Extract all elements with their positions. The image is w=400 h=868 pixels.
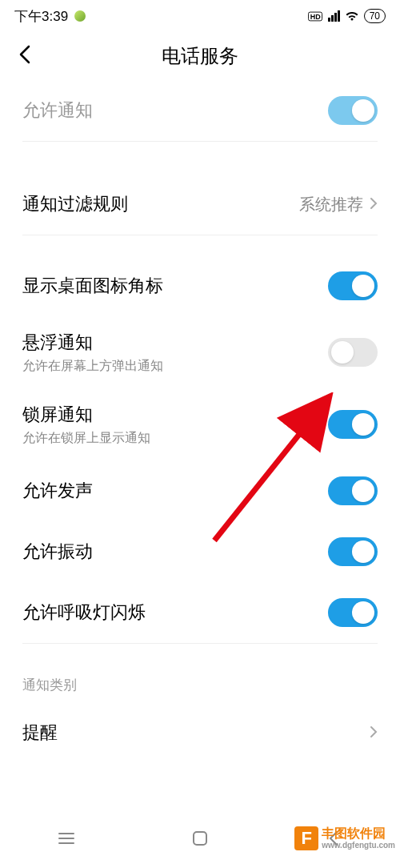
page-title: 电话服务 <box>162 43 238 69</box>
allow-vibrate-label: 允许振动 <box>22 540 93 564</box>
toggle-allow-notify[interactable] <box>328 96 378 125</box>
back-icon[interactable] <box>18 42 34 70</box>
watermark-url: www.dgfengtu.com <box>322 842 395 850</box>
row-desktop-badge[interactable]: 显示桌面图标角标 <box>0 255 400 316</box>
toggle-allow-vibrate[interactable] <box>328 537 378 566</box>
allow-breath-label: 允许呼吸灯闪烁 <box>22 601 146 625</box>
row-allow-vibrate[interactable]: 允许振动 <box>0 521 400 582</box>
lock-notify-desc: 允许在锁屏上显示通知 <box>22 430 150 447</box>
desktop-badge-label: 显示桌面图标角标 <box>22 274 163 298</box>
row-allow-breath[interactable]: 允许呼吸灯闪烁 <box>0 582 400 643</box>
status-time: 下午3:39 <box>14 7 68 26</box>
row-float-notify[interactable]: 悬浮通知 允许在屏幕上方弹出通知 <box>0 316 400 388</box>
status-bar: 下午3:39 HD 70 <box>0 0 400 32</box>
lock-notify-label: 锁屏通知 <box>22 403 150 427</box>
row-filter-rules[interactable]: 通知过滤规则 系统推荐 <box>0 174 400 235</box>
chevron-right-icon <box>370 722 378 743</box>
toggle-allow-breath[interactable] <box>328 598 378 627</box>
row-allow-sound[interactable]: 允许发声 <box>0 460 400 521</box>
float-notify-desc: 允许在屏幕上方弹出通知 <box>22 358 163 375</box>
nav-home-icon[interactable] <box>180 830 220 850</box>
row-allow-notify[interactable]: 允许通知 <box>0 80 400 141</box>
watermark-name: 丰图软件园 <box>322 827 395 840</box>
toggle-lock-notify[interactable] <box>328 410 378 439</box>
watermark: F 丰图软件园 www.dgfengtu.com <box>294 826 395 850</box>
hd-icon: HD <box>308 11 322 21</box>
svg-rect-1 <box>194 832 206 845</box>
filter-rules-label: 通知过滤规则 <box>22 192 128 216</box>
battery-icon: 70 <box>364 9 386 23</box>
signal-icon <box>328 10 340 22</box>
wifi-icon <box>345 10 359 22</box>
row-lock-notify[interactable]: 锁屏通知 允许在锁屏上显示通知 <box>0 388 400 460</box>
allow-sound-label: 允许发声 <box>22 479 93 503</box>
float-notify-label: 悬浮通知 <box>22 331 163 355</box>
watermark-logo-icon: F <box>294 826 318 850</box>
nav-menu-icon[interactable] <box>46 831 86 849</box>
status-app-icon <box>74 10 86 22</box>
toggle-allow-sound[interactable] <box>328 476 378 505</box>
chevron-right-icon <box>370 194 378 215</box>
allow-notify-label: 允许通知 <box>22 98 93 123</box>
toggle-desktop-badge[interactable] <box>328 271 378 300</box>
nav-header: 电话服务 <box>0 32 400 80</box>
reminder-label: 提醒 <box>22 721 58 745</box>
row-reminder[interactable]: 提醒 <box>0 702 400 763</box>
toggle-float-notify[interactable] <box>328 338 378 367</box>
section-title-category: 通知类别 <box>0 644 400 702</box>
filter-rules-value: 系统推荐 <box>299 194 363 215</box>
